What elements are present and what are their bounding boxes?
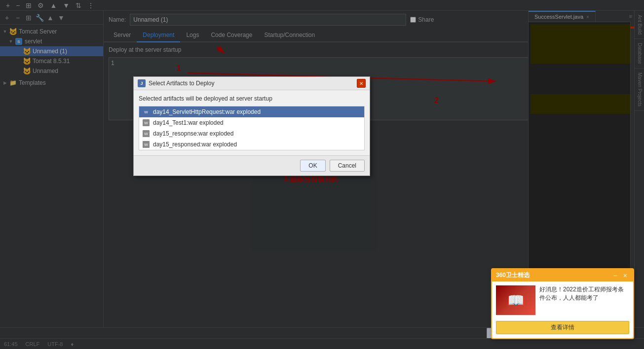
artifact-item-1[interactable]: W day14_Test1:war exploded xyxy=(139,117,364,128)
artifact-item-0[interactable]: W day14_ServletHttpRequest:war exploded xyxy=(139,106,364,117)
modal-title-text: Select Artifacts to Deploy xyxy=(149,80,214,87)
svg-text:W: W xyxy=(144,110,148,114)
svg-text:W: W xyxy=(144,132,148,136)
svg-text:W: W xyxy=(144,142,148,147)
notification-popup: 360卫士精选 − × 📖 好消息！2022造价工程师报考条件公布，人人都能考了… xyxy=(491,268,634,339)
modal-body: Selected artifacts will be deployed at s… xyxy=(134,90,370,155)
artifact-icon-3: W xyxy=(142,140,150,148)
notif-minimize-btn[interactable]: − xyxy=(611,272,619,279)
select-artifacts-dialog: J Select Artifacts to Deploy ✕ Selected … xyxy=(133,76,370,176)
modal-footer: OK Cancel xyxy=(134,155,370,175)
artifact-icon-1: W xyxy=(142,119,150,127)
notif-buttons: − × xyxy=(611,272,629,279)
artifact-label-0: day14_ServletHttpRequest:war exploded xyxy=(153,108,261,115)
notif-close-btn[interactable]: × xyxy=(621,272,629,279)
notif-body-text: 好消息！2022造价工程师报考条件公布，人人都能考了 xyxy=(539,285,629,315)
modal-ok-btn[interactable]: OK xyxy=(300,160,325,172)
notif-title: 360卫士精选 xyxy=(496,271,530,279)
notif-action-btn[interactable]: 查看详情 xyxy=(496,321,629,334)
artifact-label-2: day15_resopnse:war exploded xyxy=(153,130,233,137)
modal-titlebar: J Select Artifacts to Deploy ✕ xyxy=(134,77,370,90)
artifact-icon-2: W xyxy=(142,130,150,138)
artifact-icon-0: W xyxy=(142,108,150,116)
modal-description: Selected artifacts will be deployed at s… xyxy=(139,95,365,102)
artifact-list: W day14_ServletHttpRequest:war exploded … xyxy=(139,106,365,150)
artifact-label-1: day14_Test1:war exploded xyxy=(153,119,224,126)
artifact-label-3: day15_responsed:war exploded xyxy=(153,141,237,148)
modal-dialog-icon: J xyxy=(138,79,146,87)
modal-title-area: J Select Artifacts to Deploy xyxy=(138,79,214,87)
modal-close-btn[interactable]: ✕ xyxy=(357,79,366,88)
notif-image: 📖 xyxy=(496,285,535,315)
svg-text:W: W xyxy=(144,121,148,125)
modal-cancel-btn[interactable]: Cancel xyxy=(330,160,365,172)
artifact-item-3[interactable]: W day15_responsed:war exploded xyxy=(139,139,364,150)
notification-body: 📖 好消息！2022造价工程师报考条件公布，人人都能考了 xyxy=(492,281,633,319)
notification-header: 360卫士精选 − × xyxy=(492,269,633,281)
artifact-item-2[interactable]: W day15_resopnse:war exploded xyxy=(139,128,364,139)
